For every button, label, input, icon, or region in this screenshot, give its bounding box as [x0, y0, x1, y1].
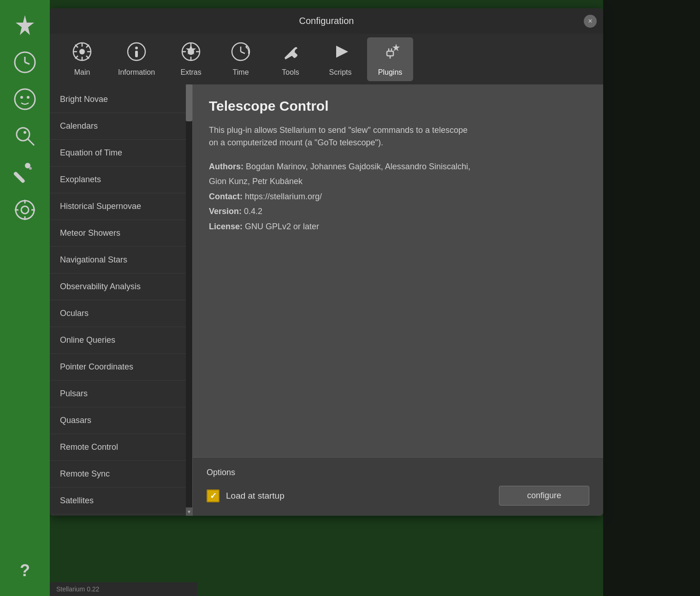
config-window: Configuration × Main: [50, 8, 603, 516]
tab-scripts[interactable]: Scripts: [317, 37, 363, 81]
sidebar-icon-wrench[interactable]: [9, 157, 41, 189]
content-area: ▲ ▼ Bright Novae Calendars Equation of T…: [50, 84, 603, 516]
svg-point-6: [27, 96, 30, 99]
plugin-item-calendars[interactable]: Calendars: [50, 113, 192, 140]
svg-point-14: [21, 206, 29, 214]
plugin-item-exoplanets[interactable]: Exoplanets: [50, 167, 192, 193]
tab-time[interactable]: Time: [218, 37, 264, 81]
svg-marker-0: [16, 15, 34, 35]
plugin-item-meteor-showers[interactable]: Meteor Showers: [50, 220, 192, 247]
plugin-item-online-queries[interactable]: Online Queries: [50, 327, 192, 354]
plugin-item-satellites[interactable]: Satellites: [50, 488, 192, 514]
window-title: Configuration: [299, 16, 354, 26]
authors-label: Authors:: [209, 162, 246, 171]
plugin-item-pointer-coordinates[interactable]: Pointer Coordinates: [50, 354, 192, 381]
plugin-item-remote-control[interactable]: Remote Control: [50, 434, 192, 461]
svg-point-30: [135, 47, 138, 49]
time-tab-icon: [231, 42, 250, 66]
tab-main[interactable]: Main: [59, 37, 105, 81]
svg-rect-31: [135, 51, 138, 57]
plugin-item-pulsars[interactable]: Pulsars: [50, 381, 192, 407]
tab-extras[interactable]: Extras: [168, 37, 214, 81]
plugin-item-remote-sync[interactable]: Remote Sync: [50, 461, 192, 488]
svg-point-9: [24, 131, 26, 134]
svg-marker-47: [392, 44, 400, 51]
svg-rect-11: [13, 171, 25, 184]
left-sidebar: ?: [0, 0, 50, 596]
scripts-tab-icon: [331, 42, 350, 66]
tab-time-label: Time: [233, 68, 249, 77]
plugin-item-oculars[interactable]: Oculars: [50, 300, 192, 327]
license-label: License:: [209, 222, 245, 231]
svg-line-3: [25, 62, 30, 64]
license-value: GNU GPLv2 or later: [245, 222, 319, 231]
extras-tab-icon: [181, 42, 201, 66]
svg-rect-43: [387, 51, 393, 56]
tab-information-label: Information: [118, 68, 155, 77]
options-bar: Options Load at startup configure: [193, 457, 603, 516]
options-row: Load at startup configure: [207, 486, 589, 506]
contact-line: Contact: https://stellarium.org/: [209, 189, 587, 204]
plugin-detail-description: This plug-in allows Stellarium to send "…: [209, 124, 587, 149]
svg-marker-42: [336, 46, 348, 58]
right-dark-overlay: [603, 0, 700, 596]
svg-point-4: [15, 89, 35, 109]
plugin-detail-title: Telescope Control: [209, 98, 587, 114]
sidebar-icon-question[interactable]: ?: [9, 554, 41, 587]
tab-scripts-label: Scripts: [329, 68, 352, 77]
svg-point-5: [20, 96, 23, 99]
svg-point-20: [79, 49, 85, 54]
svg-point-12: [29, 167, 32, 170]
sidebar-icon-star[interactable]: [9, 9, 41, 42]
version-line: Version: 0.4.2: [209, 204, 587, 219]
sidebar-icon-face[interactable]: [9, 83, 41, 115]
plugin-item-solar-system-editor[interactable]: Solar System Editor: [50, 514, 192, 516]
plugin-item-bright-novae[interactable]: Bright Novae: [50, 86, 192, 113]
version-value: 0.4.2: [244, 207, 262, 216]
bottom-hint: Stellarium 0.22: [50, 582, 197, 596]
plugin-list[interactable]: ▲ ▼ Bright Novae Calendars Equation of T…: [50, 84, 193, 516]
plugin-item-observability-analysis[interactable]: Observability Analysis: [50, 274, 192, 300]
plugin-item-quasars[interactable]: Quasars: [50, 407, 192, 434]
tools-tab-icon: [281, 42, 300, 66]
contact-label: Contact:: [209, 192, 245, 201]
load-at-startup-checkbox[interactable]: [207, 489, 219, 502]
sidebar-icon-clock[interactable]: [9, 46, 41, 78]
svg-line-8: [28, 139, 34, 145]
svg-line-41: [241, 52, 245, 54]
tab-tools-label: Tools: [282, 68, 299, 77]
information-tab-icon: [127, 42, 146, 66]
tab-tools[interactable]: Tools: [267, 37, 314, 81]
tab-main-label: Main: [74, 68, 90, 77]
contact-value: https://stellarium.org/: [245, 192, 322, 201]
plugin-item-navigational-stars[interactable]: Navigational Stars: [50, 247, 192, 274]
load-at-startup-row: Load at startup: [207, 489, 285, 502]
plugins-tab-icon: [380, 42, 400, 66]
options-title: Options: [207, 468, 589, 477]
plugin-detail-meta: Authors: Bogdan Marinov, Johannes Gajdos…: [209, 159, 587, 234]
tab-bar: Main Information: [50, 34, 603, 84]
tab-plugins-label: Plugins: [378, 68, 402, 77]
plugin-item-equation-of-time[interactable]: Equation of Time: [50, 140, 192, 167]
license-line: License: GNU GPLv2 or later: [209, 219, 587, 234]
sidebar-icon-search[interactable]: [9, 120, 41, 152]
authors-line: Authors: Bogdan Marinov, Johannes Gajdos…: [209, 159, 587, 189]
authors-value: Bogdan Marinov, Johannes Gajdosik, Aless…: [209, 162, 470, 186]
tab-extras-label: Extras: [180, 68, 201, 77]
configure-button[interactable]: configure: [499, 486, 589, 506]
tab-plugins[interactable]: Plugins: [367, 37, 413, 81]
main-tab-icon: [72, 42, 92, 66]
close-button[interactable]: ×: [584, 15, 597, 28]
version-label: Version:: [209, 207, 244, 216]
plugin-list-inner: Bright Novae Calendars Equation of Time …: [50, 84, 192, 516]
plugin-detail-content: Telescope Control This plug-in allows St…: [193, 84, 603, 457]
plugin-detail: Telescope Control This plug-in allows St…: [193, 84, 603, 516]
scroll-thumb[interactable]: [186, 84, 192, 121]
scroll-down-arrow[interactable]: ▼: [186, 507, 192, 516]
svg-point-7: [17, 128, 30, 141]
plugin-item-historical-supernovae[interactable]: Historical Supernovae: [50, 193, 192, 220]
tab-information[interactable]: Information: [109, 37, 164, 81]
load-at-startup-label: Load at startup: [226, 491, 285, 501]
sidebar-icon-gear-ring[interactable]: [9, 194, 41, 226]
title-bar: Configuration ×: [50, 8, 603, 34]
